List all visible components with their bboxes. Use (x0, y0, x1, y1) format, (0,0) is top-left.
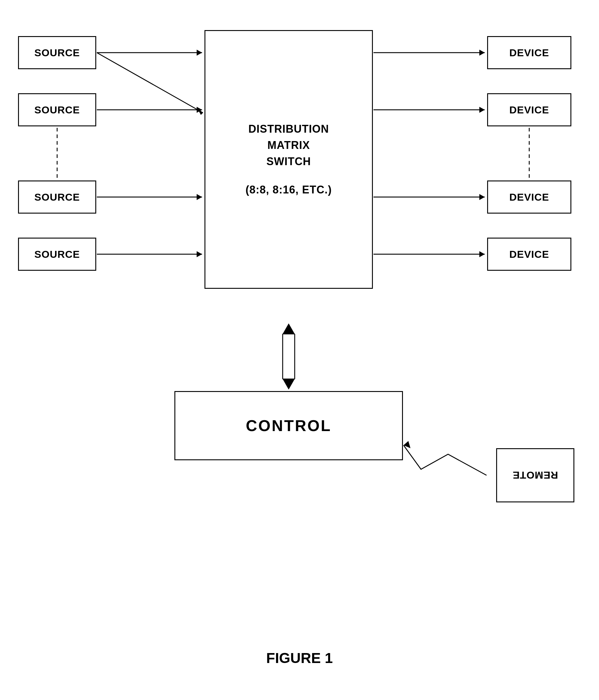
source3-box: SOURCE (18, 180, 96, 214)
svg-marker-17 (479, 251, 485, 257)
source4-box: SOURCE (18, 238, 96, 271)
diagram-container: SOURCE SOURCE SOURCE SOURCE DISTRIBUTION… (0, 0, 599, 700)
matrix-box: DISTRIBUTION MATRIX SWITCH (8:8, 8:16, E… (205, 30, 373, 289)
device2-box: DEVICE (487, 93, 571, 126)
figure-label: FIGURE 1 (266, 650, 333, 666)
svg-marker-9 (197, 251, 202, 257)
svg-marker-11 (479, 50, 485, 56)
control-box: CONTROL (175, 391, 403, 460)
device1-box: DEVICE (487, 36, 571, 69)
svg-marker-20 (283, 323, 295, 334)
remote-box: REMOTE (496, 448, 574, 502)
svg-marker-15 (479, 194, 485, 200)
device4-box: DEVICE (487, 238, 571, 271)
svg-marker-21 (283, 379, 295, 390)
source1-box: SOURCE (18, 36, 96, 69)
svg-marker-7 (197, 194, 202, 200)
svg-marker-3 (197, 50, 202, 56)
source2-box: SOURCE (18, 93, 96, 126)
svg-marker-13 (479, 107, 485, 113)
device3-box: DEVICE (487, 180, 571, 214)
svg-line-0 (97, 53, 203, 113)
